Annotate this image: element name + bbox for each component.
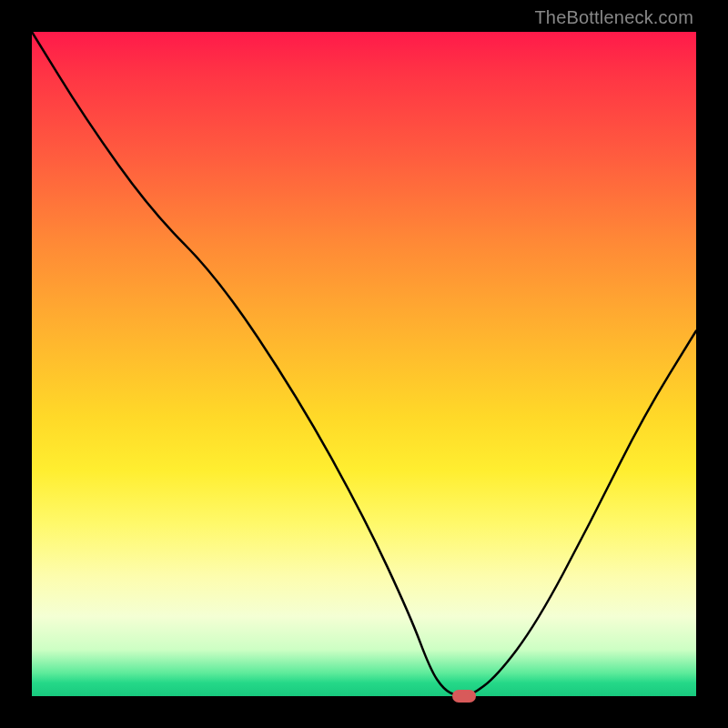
chart-background-gradient	[32, 32, 696, 696]
watermark-text: TheBottleneck.com	[534, 7, 693, 28]
chart-frame: TheBottleneck.com	[0, 0, 728, 728]
